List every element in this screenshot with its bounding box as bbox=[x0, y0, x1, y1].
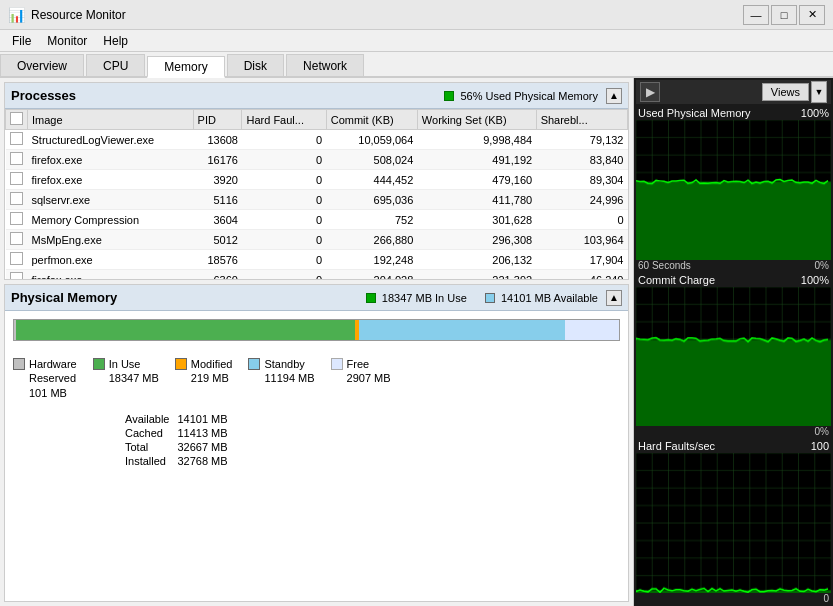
legend-free-color bbox=[331, 358, 343, 370]
right-panel: ▶ Views ▼ Used Physical Memory 100% 60 S… bbox=[633, 78, 833, 606]
row-checkbox[interactable] bbox=[10, 152, 23, 165]
table-cell: 0 bbox=[242, 150, 326, 170]
table-cell: 296,308 bbox=[417, 230, 536, 250]
processes-title: Processes bbox=[11, 88, 444, 103]
chart-hard-faults: Hard Faults/sec 100 0 bbox=[636, 439, 831, 604]
table-cell: 301,628 bbox=[417, 210, 536, 230]
table-cell: 491,192 bbox=[417, 150, 536, 170]
tab-cpu[interactable]: CPU bbox=[86, 54, 145, 76]
processes-header[interactable]: Processes 56% Used Physical Memory ▲ bbox=[5, 83, 628, 109]
table-cell: 0 bbox=[536, 210, 627, 230]
table-row[interactable]: StructuredLogViewer.exe13608010,059,0649… bbox=[6, 130, 628, 150]
table-cell: 192,248 bbox=[326, 250, 417, 270]
tab-memory[interactable]: Memory bbox=[147, 56, 224, 78]
col-checkbox[interactable] bbox=[6, 110, 28, 130]
stat-available-value: 14101 MB bbox=[177, 412, 235, 426]
legend-inuse-color bbox=[93, 358, 105, 370]
table-cell: 0 bbox=[242, 250, 326, 270]
main-content: Processes 56% Used Physical Memory ▲ Ima… bbox=[0, 78, 833, 606]
stat-installed-label: Installed bbox=[125, 454, 177, 468]
table-row[interactable]: perfmon.exe185760192,248206,13217,904 bbox=[6, 250, 628, 270]
chart-physical-memory-canvas bbox=[636, 120, 831, 260]
chart-hard-faults-bottom: 0 bbox=[636, 593, 831, 604]
table-cell: 479,160 bbox=[417, 170, 536, 190]
table-cell: 17,904 bbox=[536, 250, 627, 270]
right-panel-header: ▶ Views ▼ bbox=[636, 80, 831, 104]
tab-overview[interactable]: Overview bbox=[0, 54, 84, 76]
stat-cached-value: 11413 MB bbox=[177, 426, 235, 440]
close-button[interactable]: ✕ bbox=[799, 5, 825, 25]
col-pid[interactable]: PID bbox=[193, 110, 242, 130]
table-cell: 5116 bbox=[193, 190, 242, 210]
table-row[interactable]: sqlservr.exe51160695,036411,78024,996 bbox=[6, 190, 628, 210]
processes-section: Processes 56% Used Physical Memory ▲ Ima… bbox=[4, 82, 629, 280]
legend-hardware-color bbox=[13, 358, 25, 370]
table-cell: 16176 bbox=[193, 150, 242, 170]
tab-network[interactable]: Network bbox=[286, 54, 364, 76]
left-panel: Processes 56% Used Physical Memory ▲ Ima… bbox=[0, 78, 633, 606]
row-checkbox[interactable] bbox=[10, 272, 23, 279]
memory-collapse-button[interactable]: ▲ bbox=[606, 290, 622, 306]
window-controls: — □ ✕ bbox=[743, 5, 825, 25]
table-cell: firefox.exe bbox=[28, 170, 194, 190]
row-checkbox[interactable] bbox=[10, 132, 23, 145]
memory-usage-bar bbox=[13, 319, 620, 341]
menu-file[interactable]: File bbox=[4, 32, 39, 50]
row-checkbox[interactable] bbox=[10, 212, 23, 225]
table-cell: 266,880 bbox=[326, 230, 417, 250]
menu-help[interactable]: Help bbox=[95, 32, 136, 50]
memory-legend: HardwareReserved101 MB In Use18347 MB Mo… bbox=[5, 349, 628, 408]
stat-total-label: Total bbox=[125, 440, 177, 454]
physical-memory-status-info: 18347 MB In Use 14101 MB Available bbox=[366, 292, 598, 304]
table-row[interactable]: firefox.exe63600204,028221,39246,240 bbox=[6, 270, 628, 280]
table-cell: 221,392 bbox=[417, 270, 536, 280]
legend-inuse-text: In Use18347 MB bbox=[109, 357, 159, 386]
table-cell: firefox.exe bbox=[28, 270, 194, 280]
nav-back-button[interactable]: ▶ bbox=[640, 82, 660, 102]
table-cell: 752 bbox=[326, 210, 417, 230]
col-hard-fault[interactable]: Hard Faul... bbox=[242, 110, 326, 130]
views-button[interactable]: Views bbox=[762, 83, 809, 101]
table-row[interactable]: Memory Compression36040752301,6280 bbox=[6, 210, 628, 230]
memory-inuse-label: 18347 MB In Use bbox=[382, 292, 467, 304]
table-row[interactable]: firefox.exe161760508,024491,19283,840 bbox=[6, 150, 628, 170]
table-cell: sqlservr.exe bbox=[28, 190, 194, 210]
chart-physical-memory-label: Used Physical Memory 100% bbox=[636, 106, 831, 120]
standby-color-indicator bbox=[485, 293, 495, 303]
legend-standby-color bbox=[248, 358, 260, 370]
col-commit[interactable]: Commit (KB) bbox=[326, 110, 417, 130]
table-row[interactable]: MsMpEng.exe50120266,880296,308103,964 bbox=[6, 230, 628, 250]
row-checkbox[interactable] bbox=[10, 172, 23, 185]
processes-collapse-button[interactable]: ▲ bbox=[606, 88, 622, 104]
table-cell: 83,840 bbox=[536, 150, 627, 170]
table-cell: 508,024 bbox=[326, 150, 417, 170]
legend-inuse: In Use18347 MB bbox=[93, 357, 159, 400]
processes-table-scroll[interactable]: Image PID Hard Faul... Commit (KB) Worki… bbox=[5, 109, 628, 279]
col-working-set[interactable]: Working Set (KB) bbox=[417, 110, 536, 130]
legend-standby-text: Standby11194 MB bbox=[264, 357, 314, 386]
chart-commit-charge-label: Commit Charge 100% bbox=[636, 273, 831, 287]
row-checkbox[interactable] bbox=[10, 252, 23, 265]
minimize-button[interactable]: — bbox=[743, 5, 769, 25]
menu-monitor[interactable]: Monitor bbox=[39, 32, 95, 50]
legend-hardware: HardwareReserved101 MB bbox=[13, 357, 77, 400]
row-checkbox[interactable] bbox=[10, 232, 23, 245]
chart-commit-charge: Commit Charge 100% 0% bbox=[636, 273, 831, 438]
table-cell: Memory Compression bbox=[28, 210, 194, 230]
physical-memory-header[interactable]: Physical Memory 18347 MB In Use 14101 MB… bbox=[5, 285, 628, 311]
views-dropdown-arrow[interactable]: ▼ bbox=[811, 81, 827, 103]
stat-installed-value: 32768 MB bbox=[177, 454, 235, 468]
menubar: File Monitor Help bbox=[0, 30, 833, 52]
table-cell: 9,998,484 bbox=[417, 130, 536, 150]
col-shareable[interactable]: Sharebl... bbox=[536, 110, 627, 130]
memory-available-label: 14101 MB Available bbox=[501, 292, 598, 304]
table-cell: 5012 bbox=[193, 230, 242, 250]
table-cell: 0 bbox=[242, 190, 326, 210]
col-image[interactable]: Image bbox=[28, 110, 194, 130]
table-cell: StructuredLogViewer.exe bbox=[28, 130, 194, 150]
status-indicator bbox=[444, 91, 454, 101]
maximize-button[interactable]: □ bbox=[771, 5, 797, 25]
table-row[interactable]: firefox.exe39200444,452479,16089,304 bbox=[6, 170, 628, 190]
tab-disk[interactable]: Disk bbox=[227, 54, 284, 76]
row-checkbox[interactable] bbox=[10, 192, 23, 205]
